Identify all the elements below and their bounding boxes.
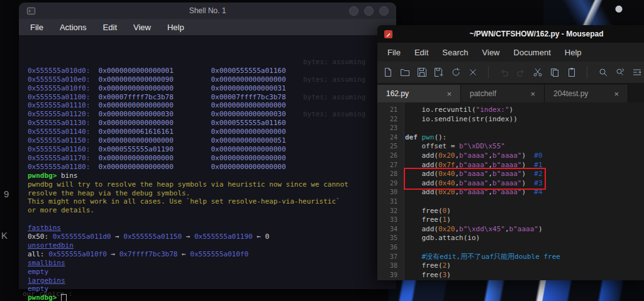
- window-button-maximize[interactable]: [364, 6, 374, 16]
- editor-menu-edit[interactable]: Edit: [414, 48, 428, 57]
- tab-204test.py[interactable]: 204test.py×: [545, 85, 628, 102]
- line-number: 21: [377, 106, 397, 115]
- desktop: 9 K our choice : Shell No. 1 FileActions…: [0, 0, 644, 301]
- tab-close-icon[interactable]: ×: [530, 89, 535, 99]
- code-text: add(0x20,b"aaaa",b"aaaa") #0: [405, 151, 543, 161]
- code-line: 33 free(1): [377, 216, 644, 225]
- reload-icon[interactable]: [450, 65, 462, 79]
- cut-icon[interactable]: [532, 65, 544, 79]
- open-icon[interactable]: [399, 65, 411, 79]
- code-line: 38 free(2): [377, 261, 644, 271]
- close-document-icon[interactable]: [467, 65, 479, 79]
- code-line: 21 io.recvuntil("index:"): [377, 106, 644, 115]
- code-line: 37 #没有edit,用不了uaf只能用double free: [377, 253, 644, 262]
- code-text: add(0x7f,b"aaaa",b"aaaa") #1: [405, 161, 543, 170]
- code-line: 30 add(0x20,b"aaaa",b"aaaa") #4: [377, 188, 644, 197]
- code-line: 29 add(0x40,b"aaaa",b"aaaa") #3: [377, 179, 644, 189]
- code-line: 26 add(0x20,b"aaaa",b"aaaa") #0: [377, 151, 644, 161]
- undo-icon[interactable]: [498, 65, 510, 79]
- code-text: free(2): [405, 261, 451, 271]
- tab-close-icon[interactable]: ×: [447, 89, 452, 99]
- line-number: 28: [377, 170, 397, 179]
- paste-icon[interactable]: [566, 65, 578, 79]
- tab-label: 162.py: [386, 89, 409, 98]
- goto-line-icon[interactable]: [631, 65, 643, 79]
- mousepad-toolbar: [377, 62, 644, 84]
- code-text: #没有edit,用不了uaf只能用double free: [405, 253, 560, 262]
- code-line: 24def pwn():: [377, 133, 644, 143]
- terminal-menu-file[interactable]: File: [30, 23, 43, 32]
- editor-menu-help[interactable]: Help: [565, 48, 582, 57]
- wallpaper-ghost-text: bytes; assuming: [303, 58, 365, 67]
- terminal-line: all: 0x555555a010f0 → 0x7ffff7bc3b78 ← 0…: [28, 250, 396, 259]
- terminal-line: 0x555555a01140: 0x0000000061616161 0x000…: [28, 128, 396, 136]
- terminal-line: [28, 215, 396, 224]
- save-icon[interactable]: [416, 65, 428, 79]
- code-text: offset = b"\xDD\x55": [405, 142, 505, 151]
- code-text: gdb.attach(io): [405, 234, 480, 243]
- tab-label: 204test.py: [553, 89, 588, 98]
- window-controls: [349, 6, 389, 16]
- redo-icon[interactable]: [515, 65, 527, 79]
- code-text: free(3): [405, 271, 451, 280]
- line-number: 38: [377, 261, 397, 271]
- line-number: 24: [377, 133, 397, 143]
- copy-icon[interactable]: [549, 65, 561, 79]
- mousepad-title: ~/PWN/CTFSHOW/162.py - Mousepad: [401, 30, 644, 38]
- code-text: def pwn():: [405, 133, 447, 143]
- code-line: 32 free(0): [377, 207, 644, 216]
- save-as-icon[interactable]: [433, 65, 445, 79]
- terminal-line: 0x555555a01150: 0x0000000000000000 0x000…: [28, 136, 396, 145]
- toolbar-separator: [488, 66, 489, 79]
- terminal-line: 0x555555a010d0: 0x0000000000000001 0x000…: [28, 67, 396, 75]
- line-number: 26: [377, 151, 397, 161]
- mousepad-window: ~/PWN/CTFSHOW/162.py - Mousepad FileEdit…: [377, 25, 644, 280]
- terminal-line: unsortedbin: [28, 241, 396, 250]
- terminal-line: pwndbg will try to resolve the heap symb…: [28, 180, 396, 189]
- editor-menu-search[interactable]: Search: [442, 48, 468, 57]
- mousepad-icon: [384, 30, 393, 39]
- line-number: 27: [377, 161, 397, 170]
- editor-menu-file[interactable]: File: [387, 48, 401, 57]
- code-line: 31: [377, 197, 644, 207]
- terminal-menu-view[interactable]: View: [133, 23, 151, 32]
- editor-menu-document[interactable]: Document: [514, 48, 551, 57]
- tab-close-icon[interactable]: ×: [614, 89, 619, 99]
- search-icon[interactable]: [597, 65, 609, 79]
- terminal-lines: 0x555555a010d0: 0x0000000000000001 0x000…: [28, 67, 396, 301]
- line-number: 31: [377, 197, 397, 207]
- window-button-close[interactable]: [379, 6, 389, 16]
- code-line: 23: [377, 124, 644, 133]
- terminal-line: largebins: [28, 276, 396, 285]
- tab-patchelf[interactable]: patchelf×: [461, 85, 545, 102]
- window-button-minimize[interactable]: [349, 6, 358, 16]
- terminal-line: pwndbg> bins: [28, 172, 396, 180]
- code-line: 27 add(0x7f,b"aaaa",b"aaaa") #1: [377, 161, 644, 170]
- find-replace-icon[interactable]: [614, 65, 626, 79]
- terminal-line: 0x555555a01160: 0x0000555555a01190 0x000…: [28, 145, 396, 154]
- terminal-line: resolve the heap via the debug symbols.: [28, 189, 396, 198]
- terminal-menubar: FileActionsEditViewHelp: [19, 19, 396, 35]
- editor-area[interactable]: 21 io.recvuntil("index:")22 io.sendline(…: [377, 102, 644, 280]
- tab-162.py[interactable]: 162.py×: [377, 85, 461, 102]
- terminal-menu-help[interactable]: Help: [167, 23, 184, 32]
- terminal-menu-edit[interactable]: Edit: [103, 23, 117, 32]
- tab-label: patchelf: [470, 89, 496, 98]
- terminal-output[interactable]: 0x555555a010d0: 0x0000000000000001 0x000…: [19, 35, 396, 301]
- line-number: 39: [377, 271, 397, 280]
- line-number: 22: [377, 115, 397, 124]
- mousepad-titlebar[interactable]: ~/PWN/CTFSHOW/162.py - Mousepad: [377, 25, 644, 43]
- terminal-menu-actions[interactable]: Actions: [60, 23, 87, 32]
- terminal-titlebar[interactable]: Shell No. 1: [19, 3, 396, 19]
- terminal-line: empty: [28, 268, 396, 276]
- terminal-icon: [26, 6, 36, 16]
- editor-menu-view[interactable]: View: [482, 48, 500, 57]
- new-document-icon[interactable]: [382, 65, 394, 79]
- line-number: 32: [377, 207, 397, 216]
- line-number: 30: [377, 188, 397, 197]
- tab-bar: 162.py×patchelf×204test.py×: [377, 84, 644, 102]
- code-text: free(1): [405, 216, 451, 225]
- line-number: 34: [377, 225, 397, 234]
- line-number: 25: [377, 142, 397, 151]
- terminal-window: Shell No. 1 FileActionsEditViewHelp 0x55…: [19, 3, 396, 289]
